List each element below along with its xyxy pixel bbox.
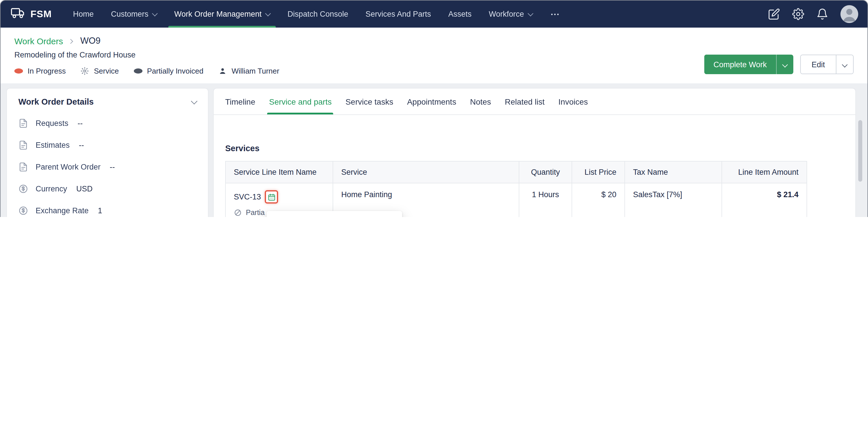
complete-work-split-button: Complete Work: [704, 55, 793, 74]
nav-item-dispatch-console[interactable]: Dispatch Console: [279, 1, 357, 28]
work-order-doc-icon: [19, 162, 28, 172]
detail-value: 1: [98, 206, 102, 215]
nav-item-workforce[interactable]: Workforce: [480, 1, 541, 28]
status-dot-icon: [14, 68, 23, 74]
complete-work-dropdown-button[interactable]: [776, 55, 793, 74]
complete-work-button[interactable]: Complete Work: [704, 55, 776, 74]
edit-button[interactable]: Edit: [801, 55, 836, 74]
services-header-row: Service Line Item Name Service Quantity …: [225, 161, 807, 183]
edit-dropdown-button[interactable]: [836, 55, 853, 74]
status-label: In Progress: [28, 67, 66, 75]
chevron-down-icon: [528, 10, 533, 16]
tab-appointments[interactable]: Appointments: [407, 89, 456, 114]
breadcrumb-current: WO9: [80, 36, 100, 46]
detail-value: --: [78, 119, 83, 127]
request-doc-icon: [19, 118, 28, 128]
nav-label: Workforce: [489, 10, 524, 19]
owner-label: William Turner: [231, 67, 279, 75]
user-avatar[interactable]: [840, 5, 858, 23]
quantity-cell: 1 Hours: [519, 183, 572, 217]
exchange-rate-dollar-icon: [19, 206, 28, 215]
detail-item-requests: Requests --: [19, 118, 196, 128]
tab-content: Services Service Line Item Name Service …: [214, 115, 855, 217]
fsm-truck-logo-icon: [11, 6, 25, 22]
owner-badge: William Turner: [218, 67, 279, 75]
col-quantity: Quantity: [519, 161, 572, 183]
nav-item-services-and-parts[interactable]: Services And Parts: [357, 1, 440, 28]
nav-item-work-order-management[interactable]: Work Order Management: [166, 1, 279, 28]
appointment-item-ap-9[interactable]: AP-9 Completed Remodeling of the Crawfor…: [267, 211, 402, 217]
brand-name: FSM: [30, 8, 52, 20]
nav-item-customers[interactable]: Customers: [102, 1, 166, 28]
detail-label: Currency: [36, 184, 67, 193]
detail-item-parent-work-order: Parent Work Order --: [19, 162, 196, 172]
tab-notes[interactable]: Notes: [470, 89, 491, 114]
vertical-scrollbar-thumb[interactable]: [858, 120, 862, 182]
navbar-right: [768, 1, 858, 28]
work-order-details-card: Work Order Details Requests -- Estimates…: [6, 88, 209, 217]
nav-label: Assets: [448, 10, 472, 19]
notifications-bell-icon[interactable]: [816, 8, 828, 20]
brand[interactable]: FSM: [11, 1, 52, 28]
nav-item-assets[interactable]: Assets: [440, 1, 480, 28]
work-order-details-header[interactable]: Work Order Details: [19, 97, 196, 106]
nav-item-home[interactable]: Home: [64, 1, 102, 28]
category-label: Service: [94, 67, 119, 75]
more-menu-icon[interactable]: [541, 1, 569, 28]
list-price-cell: $ 20: [572, 183, 625, 217]
col-line-item-amount: Line Item Amount: [722, 161, 807, 183]
col-list-price: List Price: [572, 161, 625, 183]
detail-value: --: [110, 163, 115, 171]
page-header: Work Orders WO9 Remodeling of the Crawfo…: [1, 28, 867, 83]
detail-label: Requests: [36, 119, 68, 127]
tab-service-tasks[interactable]: Service tasks: [345, 89, 394, 114]
detail-item-estimates: Estimates --: [19, 140, 196, 150]
tab-related-list[interactable]: Related list: [505, 89, 545, 114]
service-line-item-name: SVC-13: [234, 193, 261, 201]
settings-gear-icon[interactable]: [792, 8, 804, 20]
tab-service-and-parts[interactable]: Service and parts: [269, 89, 332, 114]
breadcrumb: Work Orders WO9: [14, 36, 854, 46]
chevron-down-icon: [266, 10, 271, 16]
nav-label: Services And Parts: [366, 10, 431, 19]
service-type-icon: [81, 67, 89, 75]
sidebar: Work Order Details Requests -- Estimates…: [6, 88, 209, 217]
line-item-amount-cell: $ 21.4: [722, 183, 807, 217]
tab-invoices[interactable]: Invoices: [558, 89, 588, 114]
detail-item-currency: Currency USD: [19, 184, 196, 194]
services-table: Service Line Item Name Service Quantity …: [225, 161, 807, 217]
billing-status-label: Partially Invoiced: [147, 67, 204, 75]
detail-label: Estimates: [36, 141, 70, 149]
chevron-down-icon: [842, 61, 847, 67]
nav-label: Home: [73, 10, 94, 19]
detail-label: Exchange Rate: [36, 206, 89, 215]
col-service-line-item-name: Service Line Item Name: [225, 161, 333, 183]
breadcrumb-work-orders-link[interactable]: Work Orders: [14, 36, 63, 46]
compose-icon[interactable]: [768, 8, 780, 20]
content-area: Work Order Details Requests -- Estimates…: [1, 83, 867, 217]
col-service: Service: [333, 161, 519, 183]
chevron-down-icon: [782, 61, 788, 67]
estimate-doc-icon: [19, 140, 28, 150]
appointments-popup: AP-9 Completed Remodeling of the Crawfor…: [267, 211, 402, 217]
status-badge: In Progress: [14, 67, 66, 75]
work-order-main-panel: Timeline Service and parts Service tasks…: [213, 88, 856, 217]
nav-label: Work Order Management: [174, 10, 262, 19]
chevron-right-icon: [68, 39, 73, 44]
tabs-bar: Timeline Service and parts Service tasks…: [214, 89, 855, 115]
billing-status-badge: Partially Invoiced: [134, 67, 204, 75]
category-badge: Service: [81, 67, 119, 75]
detail-label: Parent Work Order: [36, 163, 100, 171]
nav-label: Customers: [111, 10, 149, 19]
edit-split-button: Edit: [800, 55, 854, 74]
appointments-calendar-icon-highlighted[interactable]: [265, 190, 278, 203]
top-navbar: FSM Home Customers Work Order Management…: [1, 1, 867, 28]
header-actions: Complete Work Edit: [704, 55, 854, 74]
col-tax-name: Tax Name: [625, 161, 722, 183]
tax-name-cell: SalesTax [7%]: [625, 183, 722, 217]
services-section-title: Services: [225, 144, 844, 153]
billing-status-dot-icon: [134, 68, 143, 74]
owner-icon: [218, 67, 227, 75]
tab-timeline[interactable]: Timeline: [225, 89, 255, 114]
collapse-chevron-icon[interactable]: [191, 98, 197, 104]
